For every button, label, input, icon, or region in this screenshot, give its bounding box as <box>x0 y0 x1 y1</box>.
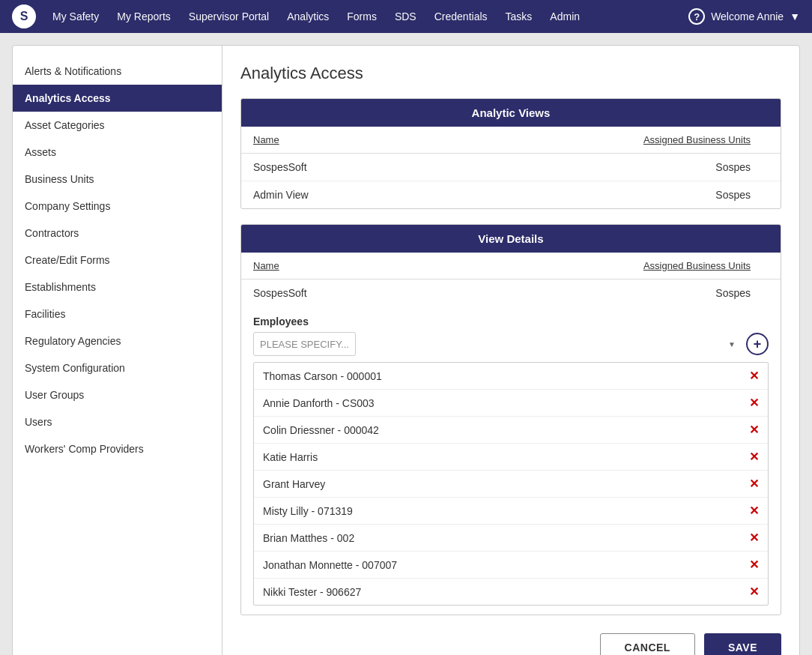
main-container: Alerts & NotificationsAnalytics AccessAs… <box>12 45 800 655</box>
nav-link-forms[interactable]: Forms <box>339 6 384 27</box>
nav-link-my-safety[interactable]: My Safety <box>45 6 106 27</box>
buttons-row: CANCEL SAVE <box>240 633 781 655</box>
employee-row: Thomas Carson - 000001 ✕ <box>254 363 768 390</box>
save-button[interactable]: SAVE <box>704 633 781 655</box>
sidebar-item-users[interactable]: Users <box>13 408 222 435</box>
sidebar-item-user-groups[interactable]: User Groups <box>13 381 222 408</box>
employee-name: Misty Lilly - 071319 <box>263 505 353 517</box>
sidebar-item-establishments[interactable]: Establishments <box>13 274 222 301</box>
logo: S <box>12 4 36 28</box>
employee-row: Colin Driessner - 000042 ✕ <box>254 417 768 444</box>
employee-row: Grant Harvey ✕ <box>254 471 768 498</box>
cancel-button[interactable]: CANCEL <box>600 633 695 655</box>
sidebar-item-create-edit-forms[interactable]: Create/Edit Forms <box>13 247 222 274</box>
remove-employee-icon[interactable]: ✕ <box>749 531 759 545</box>
sidebar-item-contractors[interactable]: Contractors <box>13 220 222 247</box>
employee-list: Thomas Carson - 000001 ✕ Annie Danforth … <box>253 362 769 606</box>
employee-row: Brian Matthes - 002 ✕ <box>254 525 768 552</box>
top-navigation: S My SafetyMy ReportsSupervisor PortalAn… <box>0 0 812 33</box>
view-details-col-assigned: Assigned Business Units <box>425 253 781 280</box>
employee-name: Grant Harvey <box>263 478 325 490</box>
vd-assigned-cell: Sospes <box>425 280 781 307</box>
analytic-views-col-assigned: Assigned Business Units <box>428 127 781 154</box>
employee-row: Misty Lilly - 071319 ✕ <box>254 498 768 525</box>
analytic-views-header: Analytic Views <box>241 99 781 127</box>
view-details-header: View Details <box>241 225 781 253</box>
nav-link-supervisor-portal[interactable]: Supervisor Portal <box>181 6 276 27</box>
view-details-col-name: Name <box>241 253 425 280</box>
analytic-views-col-name: Name <box>241 127 428 154</box>
remove-employee-icon[interactable]: ✕ <box>749 558 759 572</box>
employee-row: Katie Harris ✕ <box>254 444 768 471</box>
remove-employee-icon[interactable]: ✕ <box>749 396 759 410</box>
sidebar-item-asset-categories[interactable]: Asset Categories <box>13 112 222 139</box>
sidebar-item-assets[interactable]: Assets <box>13 139 222 166</box>
help-icon[interactable]: ? <box>688 8 705 25</box>
nav-links: My SafetyMy ReportsSupervisor PortalAnal… <box>45 6 688 27</box>
sidebar-item-system-configuration[interactable]: System Configuration <box>13 354 222 381</box>
analytic-views-card: Analytic Views Name Assigned Business Un… <box>240 98 781 209</box>
sidebar-item-business-units[interactable]: Business Units <box>13 166 222 193</box>
table-row: SospesSoft Sospes <box>241 280 781 307</box>
employee-name: Katie Harris <box>263 451 318 463</box>
nav-link-analytics[interactable]: Analytics <box>279 6 336 27</box>
sidebar-item-workers'-comp-providers[interactable]: Workers' Comp Providers <box>13 435 222 462</box>
nav-link-sds[interactable]: SDS <box>387 6 424 27</box>
employee-name: Jonathan Monnette - 007007 <box>263 559 397 571</box>
employee-row: Nikki Tester - 906627 ✕ <box>254 579 768 605</box>
remove-employee-icon[interactable]: ✕ <box>749 423 759 437</box>
view-details-card: View Details Name Assigned Business Unit… <box>240 224 781 615</box>
av-name-cell: SospesSoft <box>241 154 428 181</box>
sidebar-item-alerts-notifications[interactable]: Alerts & Notifications <box>13 58 222 85</box>
remove-employee-icon[interactable]: ✕ <box>749 504 759 518</box>
page-title: Analytics Access <box>240 64 781 83</box>
employee-name: Thomas Carson - 000001 <box>263 370 382 382</box>
employee-row: Jonathan Monnette - 007007 ✕ <box>254 552 768 579</box>
av-assigned-cell: Sospes <box>428 154 781 181</box>
add-employee-button[interactable]: + <box>746 333 769 355</box>
av-name-cell: Admin View <box>241 181 428 209</box>
av-assigned-cell: Sospes <box>428 181 781 209</box>
vd-name-cell: SospesSoft <box>241 280 425 307</box>
employee-row: Annie Danforth - CS003 ✕ <box>254 390 768 417</box>
employees-section: Employees PLEASE SPECIFY... + Thomas Car… <box>241 307 781 615</box>
employee-name: Nikki Tester - 906627 <box>263 586 361 598</box>
sidebar-item-company-settings[interactable]: Company Settings <box>13 193 222 220</box>
employee-name: Brian Matthes - 002 <box>263 532 354 544</box>
nav-link-credentials[interactable]: Credentials <box>427 6 495 27</box>
nav-link-admin[interactable]: Admin <box>542 6 587 27</box>
nav-link-tasks[interactable]: Tasks <box>498 6 540 27</box>
employees-select-wrapper: PLEASE SPECIFY... <box>253 332 742 356</box>
page-wrapper: Alerts & NotificationsAnalytics AccessAs… <box>0 33 812 655</box>
employees-select-row: PLEASE SPECIFY... + <box>253 332 769 356</box>
sidebar: Alerts & NotificationsAnalytics AccessAs… <box>13 46 222 655</box>
content-area: Analytics Access Analytic Views Name Ass… <box>222 46 799 655</box>
view-details-table: Name Assigned Business Units SospesSoft … <box>241 253 781 307</box>
sidebar-item-facilities[interactable]: Facilities <box>13 301 222 328</box>
sidebar-item-regulatory-agencies[interactable]: Regulatory Agencies <box>13 328 222 354</box>
remove-employee-icon[interactable]: ✕ <box>749 585 759 599</box>
employees-label: Employees <box>253 316 769 328</box>
analytic-views-table: Name Assigned Business Units SospesSoft … <box>241 127 781 208</box>
nav-right: ? Welcome Annie ▼ <box>688 8 800 25</box>
dropdown-arrow-icon[interactable]: ▼ <box>790 10 800 22</box>
remove-employee-icon[interactable]: ✕ <box>749 369 759 383</box>
table-row: Admin View Sospes <box>241 181 781 209</box>
employees-select[interactable]: PLEASE SPECIFY... <box>253 332 356 356</box>
employee-name: Annie Danforth - CS003 <box>263 397 375 409</box>
remove-employee-icon[interactable]: ✕ <box>749 477 759 491</box>
employee-name: Colin Driessner - 000042 <box>263 424 379 436</box>
welcome-text: Welcome Annie <box>711 10 784 22</box>
sidebar-item-analytics-access[interactable]: Analytics Access <box>13 85 222 112</box>
nav-link-my-reports[interactable]: My Reports <box>109 6 178 27</box>
remove-employee-icon[interactable]: ✕ <box>749 450 759 464</box>
table-row: SospesSoft Sospes <box>241 154 781 181</box>
